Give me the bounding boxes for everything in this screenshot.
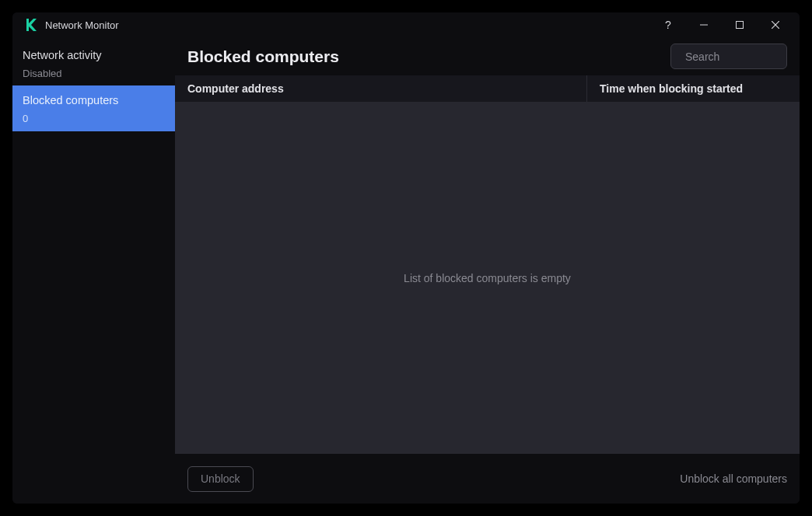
window-title: Network Monitor xyxy=(45,19,650,31)
search-box[interactable] xyxy=(670,44,787,69)
sidebar-item-blocked-computers[interactable]: Blocked computers 0 xyxy=(12,85,175,131)
sidebar-item-network-activity[interactable]: Network activity Disabled xyxy=(12,40,175,85)
table-header: Computer address Time when blocking star… xyxy=(175,75,800,102)
help-button[interactable]: ? xyxy=(650,13,686,37)
table-body: List of blocked computers is empty xyxy=(175,102,800,454)
maximize-button[interactable] xyxy=(722,13,758,37)
empty-state-message: List of blocked computers is empty xyxy=(404,272,571,284)
search-input[interactable] xyxy=(685,51,800,63)
sidebar-item-sub: Disabled xyxy=(23,68,165,80)
main-header: Blocked computers xyxy=(175,37,800,75)
sidebar: Network activity Disabled Blocked comput… xyxy=(12,37,175,504)
minimize-button[interactable] xyxy=(686,13,722,37)
sidebar-item-label: Blocked computers xyxy=(23,93,165,108)
svg-rect-1 xyxy=(737,22,744,29)
sidebar-item-label: Network activity xyxy=(23,48,165,63)
unblock-all-button[interactable]: Unblock all computers xyxy=(680,472,787,485)
app-logo-icon xyxy=(25,19,37,31)
main-panel: Blocked computers Computer address Time … xyxy=(175,37,800,504)
column-header-time[interactable]: Time when blocking started xyxy=(587,75,800,102)
column-header-address[interactable]: Computer address xyxy=(175,75,587,102)
app-body: Network activity Disabled Blocked comput… xyxy=(12,37,800,504)
titlebar: Network Monitor ? xyxy=(12,12,800,37)
sidebar-item-sub: 0 xyxy=(23,113,165,125)
minimize-icon xyxy=(700,21,708,29)
app-window: Network Monitor ? xyxy=(12,12,800,504)
close-button[interactable] xyxy=(758,13,793,37)
close-icon xyxy=(772,21,779,29)
help-icon: ? xyxy=(665,19,671,31)
maximize-icon xyxy=(736,21,744,29)
footer: Unblock Unblock all computers xyxy=(175,454,800,504)
page-title: Blocked computers xyxy=(187,47,658,66)
window-controls: ? xyxy=(650,13,793,37)
unblock-button[interactable]: Unblock xyxy=(187,466,254,492)
